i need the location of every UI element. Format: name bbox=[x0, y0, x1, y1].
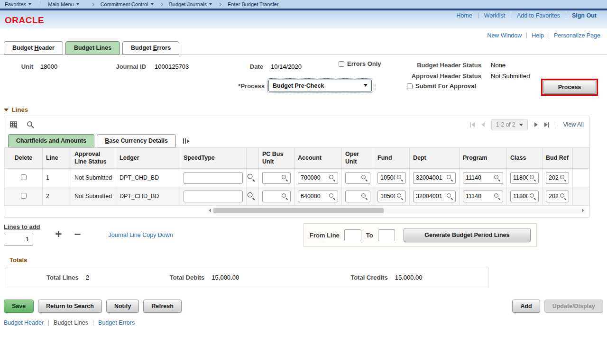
oracle-logo: ORACLE bbox=[5, 15, 44, 26]
program-input[interactable] bbox=[466, 193, 492, 200]
pc-bus-unit-input[interactable] bbox=[265, 174, 280, 181]
col-account: Account bbox=[294, 148, 342, 169]
main-menu[interactable]: Main Menu bbox=[48, 1, 79, 7]
previous-page-button[interactable] bbox=[481, 122, 485, 127]
submit-for-approval-checkbox[interactable] bbox=[407, 83, 413, 89]
lookup-icon[interactable] bbox=[329, 174, 335, 181]
lookup-icon[interactable] bbox=[361, 193, 368, 200]
dept-input[interactable] bbox=[416, 193, 445, 200]
add-button[interactable]: Add bbox=[512, 300, 540, 313]
approval-header-status-value: Not Submitted bbox=[491, 73, 530, 80]
first-page-button[interactable] bbox=[470, 122, 475, 127]
refresh-button[interactable]: Refresh bbox=[143, 300, 182, 313]
lookup-icon[interactable] bbox=[329, 193, 335, 200]
chevron-down-icon bbox=[76, 3, 79, 5]
footer-budget-errors-link[interactable]: Budget Errors bbox=[98, 319, 135, 326]
generate-budget-period-lines-button[interactable]: Generate Budget Period Lines bbox=[404, 228, 531, 242]
lines-section-header[interactable]: Lines bbox=[0, 106, 607, 113]
lookup-icon[interactable] bbox=[396, 174, 403, 181]
speedtype-input[interactable] bbox=[184, 191, 243, 202]
errors-only-checkbox[interactable] bbox=[339, 61, 344, 67]
breadcrumb-budget-journals[interactable]: Budget Journals bbox=[169, 1, 212, 7]
col-program: Program bbox=[460, 148, 507, 169]
add-to-favorites-link[interactable]: Add to Favorites bbox=[517, 12, 560, 19]
personalize-grid-icon[interactable] bbox=[10, 121, 18, 128]
favorites-menu[interactable]: Favorites bbox=[5, 1, 31, 7]
scroll-left-icon[interactable] bbox=[209, 209, 211, 212]
new-window-link[interactable]: New Window bbox=[487, 32, 522, 39]
line-number: 2 bbox=[43, 187, 71, 206]
page-range-select[interactable]: 1-2 of 2 bbox=[491, 119, 528, 130]
delete-row-checkbox[interactable] bbox=[21, 174, 27, 180]
class-input[interactable] bbox=[513, 193, 528, 200]
add-remove-lines: + − bbox=[55, 231, 81, 237]
lookup-icon[interactable] bbox=[396, 193, 403, 200]
delete-row-checkbox[interactable] bbox=[21, 193, 27, 199]
lookup-icon[interactable] bbox=[281, 174, 288, 181]
fund-input[interactable] bbox=[380, 193, 395, 200]
personalize-page-link[interactable]: Personalize Page bbox=[554, 32, 600, 39]
horizontal-scrollbar[interactable] bbox=[207, 207, 586, 214]
bud-ref-input[interactable] bbox=[549, 193, 558, 200]
to-line-input[interactable] bbox=[378, 229, 395, 241]
dept-input[interactable] bbox=[416, 174, 445, 181]
lookup-icon[interactable] bbox=[361, 174, 368, 181]
journal-line-copy-down-link[interactable]: Journal Line Copy Down bbox=[109, 232, 173, 238]
process-button[interactable]: Process bbox=[543, 81, 596, 94]
pc-bus-unit-input[interactable] bbox=[265, 193, 280, 200]
next-page-button[interactable] bbox=[534, 122, 538, 127]
speedtype-lookup-icon[interactable] bbox=[247, 191, 255, 200]
approval-header-status-label: Approval Header Status bbox=[346, 73, 481, 80]
help-link[interactable]: Help bbox=[532, 32, 544, 39]
process-select[interactable]: Budget Pre-Check bbox=[268, 80, 372, 91]
lookup-icon[interactable] bbox=[446, 193, 453, 200]
journal-header-fields: Unit 18000 Journal ID 1000125703 Date 10… bbox=[0, 55, 607, 106]
remove-line-button[interactable]: − bbox=[74, 231, 81, 237]
tab-budget-lines[interactable]: Budget Lines bbox=[65, 41, 120, 55]
lookup-icon[interactable] bbox=[529, 174, 536, 181]
lookup-icon[interactable] bbox=[494, 174, 500, 181]
subtab-base-currency-details[interactable]: Base Currency Details bbox=[97, 134, 176, 147]
add-line-button[interactable]: + bbox=[55, 231, 62, 237]
account-input[interactable] bbox=[301, 193, 327, 200]
oper-unit-input[interactable] bbox=[348, 193, 359, 200]
home-link[interactable]: Home bbox=[456, 12, 472, 19]
program-input[interactable] bbox=[466, 174, 492, 181]
totals-title: Totals bbox=[9, 256, 27, 264]
notify-button[interactable]: Notify bbox=[106, 300, 139, 313]
save-button[interactable]: Save bbox=[4, 300, 34, 313]
worklist-link[interactable]: Worklist bbox=[484, 12, 505, 19]
return-to-search-button[interactable]: Return to Search bbox=[38, 300, 102, 313]
view-all-link[interactable]: View All bbox=[563, 121, 584, 128]
last-page-button[interactable] bbox=[544, 122, 549, 127]
lookup-icon[interactable] bbox=[446, 174, 453, 181]
col-pc-bus-unit: PC Bus Unit bbox=[259, 148, 294, 169]
grid-pager: 1-2 of 2 View All bbox=[470, 119, 584, 130]
account-input[interactable] bbox=[301, 174, 327, 181]
breadcrumb-commitment-control[interactable]: Commitment Control bbox=[101, 1, 154, 7]
show-all-columns-icon[interactable] bbox=[183, 138, 190, 144]
approval-line-status: Not Submitted bbox=[71, 169, 116, 187]
tab-budget-errors[interactable]: Budget Errors bbox=[122, 41, 179, 55]
class-input[interactable] bbox=[513, 174, 528, 181]
lines-to-add-input[interactable] bbox=[4, 233, 33, 246]
scroll-right-icon[interactable] bbox=[582, 209, 584, 212]
lookup-icon[interactable] bbox=[281, 193, 288, 200]
from-line-input[interactable] bbox=[344, 229, 361, 241]
lookup-icon[interactable] bbox=[529, 193, 536, 200]
tab-budget-header[interactable]: Budget Header bbox=[4, 41, 63, 55]
scrollbar-thumb[interactable] bbox=[213, 208, 384, 213]
speedtype-lookup-icon[interactable] bbox=[247, 173, 255, 181]
find-icon[interactable] bbox=[27, 121, 34, 128]
lookup-icon[interactable] bbox=[560, 174, 566, 181]
lookup-icon[interactable] bbox=[560, 193, 566, 200]
lookup-icon[interactable] bbox=[494, 193, 500, 200]
footer-budget-header-link[interactable]: Budget Header bbox=[4, 319, 44, 326]
sign-out-link[interactable]: Sign Out bbox=[572, 12, 597, 19]
bud-ref-input[interactable] bbox=[549, 174, 558, 181]
oper-unit-input[interactable] bbox=[348, 174, 359, 181]
speedtype-input[interactable] bbox=[184, 172, 243, 184]
fund-input[interactable] bbox=[380, 174, 395, 181]
subtab-chartfields-amounts[interactable]: Chartfields and Amounts bbox=[8, 134, 94, 147]
total-credits-value: 15,000.00 bbox=[395, 274, 423, 281]
